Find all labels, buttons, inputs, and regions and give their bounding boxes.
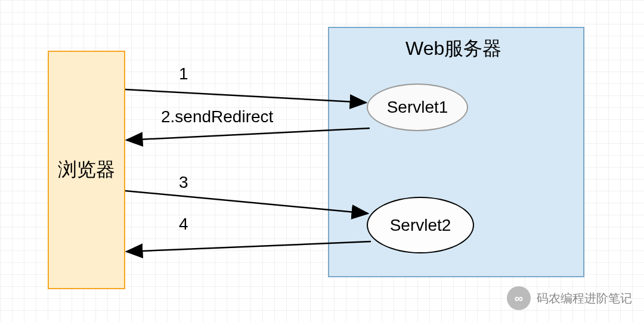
arrow-4-label: 4 [179, 215, 188, 234]
watermark-text: 码农编程进阶笔记 [537, 290, 632, 306]
servlet2-label: Servlet2 [390, 216, 451, 235]
watermark: ∞ 码农编程进阶笔记 [507, 286, 632, 310]
watermark-icon: ∞ [507, 286, 531, 310]
diagram-canvas: 浏览器 Web服务器 Servlet1 Servlet2 1 2.sendRed… [0, 0, 644, 322]
servlet1-label: Servlet1 [387, 98, 448, 117]
arrow-3-label: 3 [179, 173, 188, 192]
arrow-1-label: 1 [179, 64, 188, 83]
browser-box: 浏览器 [48, 51, 125, 289]
arrow-2-label: 2.sendRedirect [161, 107, 273, 126]
servlet1-node: Servlet1 [367, 83, 468, 131]
web-server-title: Web服务器 [405, 36, 501, 62]
servlet2-node: Servlet2 [367, 197, 474, 253]
browser-label: 浏览器 [58, 157, 115, 183]
